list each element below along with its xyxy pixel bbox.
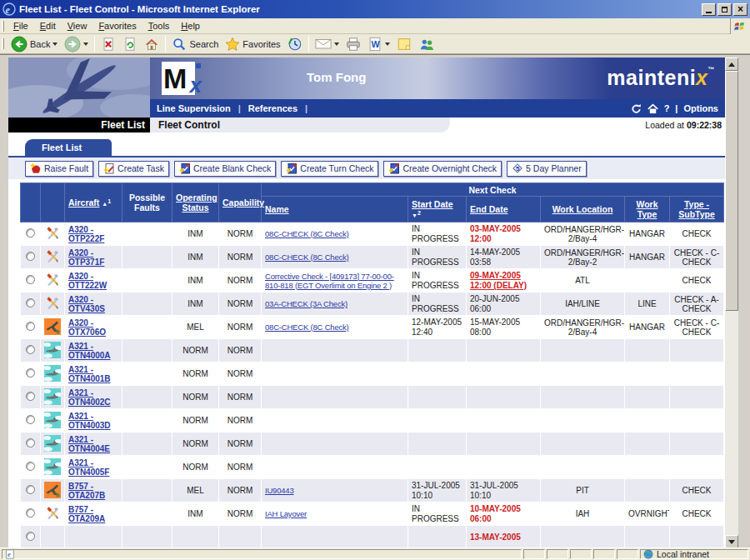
nav-link[interactable]: Line Supervision — [157, 103, 231, 113]
type-subtype-cell: CHECK — [670, 222, 724, 246]
edit-with-word-button[interactable]: W — [364, 36, 393, 52]
print-button[interactable] — [342, 36, 364, 52]
scroll-down-button[interactable] — [725, 535, 738, 548]
row-select-radio[interactable] — [26, 462, 35, 471]
aircraft-link[interactable]: A320 - OTV430S — [68, 295, 105, 313]
scroll-thumb[interactable] — [725, 71, 738, 311]
tools-icon — [45, 272, 60, 288]
scroll-up-button[interactable] — [725, 58, 738, 71]
row-select-radio[interactable] — [26, 298, 35, 308]
possible-faults-cell — [122, 502, 172, 526]
type-subtype-sort-link[interactable]: Type - SubType — [678, 199, 715, 219]
action-button[interactable]: 5 5 Day Planner — [507, 161, 587, 177]
menu-item[interactable]: Edit — [34, 19, 62, 32]
operating-status-cell: NORM — [172, 386, 219, 409]
forward-button[interactable] — [61, 35, 92, 53]
aircraft-link[interactable]: A321 - OTN4001B — [68, 365, 111, 383]
icon-cell — [41, 339, 65, 362]
aircraft-link[interactable]: B757 - OTA207B — [68, 482, 105, 500]
capability-sort-link[interactable]: Capability — [222, 198, 264, 208]
aircraft-link[interactable]: A320 - OTP222F — [68, 225, 104, 243]
type-subtype-cell: CHECK - A-CHECK — [670, 292, 724, 316]
work-location-sort-link[interactable]: Work Location — [552, 204, 613, 214]
aircraft-sort-link[interactable]: Aircraft — [68, 198, 99, 208]
row-select-radio[interactable] — [26, 485, 35, 494]
menu-item[interactable]: Help — [175, 19, 206, 32]
back-dropdown-icon[interactable] — [52, 42, 58, 48]
page-home-icon[interactable] — [648, 103, 658, 114]
end-date-sort-link[interactable]: End Date — [470, 204, 508, 214]
vertical-scrollbar[interactable] — [725, 58, 738, 548]
tab-fleet-list[interactable]: Fleet List — [25, 139, 112, 156]
action-button[interactable]: 5 Create Task — [98, 161, 169, 177]
favorites-button[interactable]: Favorites — [222, 36, 283, 52]
row-select-radio[interactable] — [26, 415, 35, 424]
aircraft-link[interactable]: A321 - OTN4003D — [68, 412, 111, 430]
options-link[interactable]: Options — [683, 103, 718, 113]
row-select-radio[interactable] — [26, 392, 35, 401]
menu-item[interactable]: File — [8, 19, 34, 32]
edit-dropdown-icon[interactable] — [385, 42, 390, 48]
forward-dropdown-icon[interactable] — [83, 42, 88, 48]
minimize-button[interactable] — [702, 3, 716, 16]
status-pane — [523, 549, 545, 559]
menu-item[interactable]: View — [62, 19, 93, 32]
action-button[interactable]: 5 Create Overnight Check — [383, 161, 502, 177]
aircraft-link[interactable]: A321 - OTN4000A — [68, 342, 111, 360]
search-button[interactable]: Search — [168, 36, 222, 52]
end-date-cell — [467, 339, 541, 362]
end-date-value[interactable]: 09-MAY-2005 12:00 (DELAY) — [470, 271, 527, 290]
action-button[interactable]: 5 Create Blank Check — [174, 161, 276, 177]
row-select-radio[interactable] — [26, 508, 35, 518]
aircraft-link[interactable]: A320 - OTX706O — [68, 318, 106, 337]
check-name-link[interactable]: 03A-CHECK (3A Check) — [265, 299, 348, 308]
operating-status-sort-link[interactable]: Operating Status — [176, 192, 218, 212]
check-name-link[interactable]: 08C-CHECK (8C Check) — [265, 252, 349, 262]
help-link[interactable]: ? — [664, 103, 670, 113]
home-button[interactable] — [141, 36, 162, 52]
refresh-button[interactable] — [119, 36, 141, 52]
row-select-radio[interactable] — [26, 275, 35, 284]
menu-item[interactable]: Favorites — [92, 19, 142, 32]
row-select-radio[interactable] — [26, 228, 35, 238]
stop-button[interactable] — [98, 36, 119, 52]
nav-link[interactable]: References — [248, 103, 298, 113]
row-select-radio[interactable] — [26, 532, 35, 541]
check-name-link[interactable]: IU90443 — [265, 486, 294, 495]
row-select-radio[interactable] — [26, 345, 35, 354]
menu-item[interactable]: Tools — [142, 19, 176, 32]
check-name-link[interactable]: 08C-CHECK (8C Check) — [265, 322, 349, 332]
mail-dropdown-icon[interactable] — [334, 42, 339, 48]
end-date-value: 20-JUN-2005 06:00 — [470, 294, 519, 313]
aircraft-link[interactable]: B757 - OTA209A — [68, 505, 105, 523]
check-name-link[interactable]: Corrective Check - [409173] 77-00-00-810… — [265, 272, 404, 290]
toolbar-grip[interactable] — [2, 21, 4, 32]
discuss-button[interactable] — [393, 36, 415, 52]
close-button[interactable]: × — [733, 3, 748, 16]
row-select-radio[interactable] — [26, 322, 35, 331]
aircraft-link[interactable]: A320 - OTP371F — [68, 248, 104, 267]
aircraft-link[interactable]: A321 - OTN4005F — [68, 458, 109, 477]
restore-button[interactable] — [718, 3, 732, 16]
icon-cell — [41, 269, 65, 292]
aircraft-link[interactable]: A320 - OTT222W — [68, 272, 107, 290]
messenger-button[interactable] — [415, 37, 438, 52]
check-name-link[interactable]: IAH Layover — [265, 509, 307, 518]
aircraft-cell: B757 - OTA207B — [65, 479, 122, 502]
back-button[interactable]: Back — [8, 35, 61, 53]
row-select-radio[interactable] — [26, 368, 35, 378]
page-refresh-icon[interactable] — [631, 103, 642, 114]
row-select-radio[interactable] — [26, 252, 35, 261]
aircraft-link[interactable]: A321 - OTN4004E — [68, 435, 110, 453]
history-button[interactable] — [284, 36, 306, 52]
aircraft-link[interactable]: A321 - OTN4002C — [68, 388, 111, 407]
action-button[interactable]: 5 Create Turn Check — [281, 161, 378, 177]
row-select-radio[interactable] — [26, 438, 35, 448]
name-sort-link[interactable]: Name — [265, 204, 289, 214]
mail-button[interactable] — [312, 37, 342, 51]
toolbar-grip2[interactable] — [2, 38, 4, 49]
action-button[interactable]: 5 Raise Fault — [25, 161, 93, 177]
work-type-sort-link[interactable]: Work Type — [636, 199, 658, 219]
start-date-sort-link[interactable]: Start Date — [412, 199, 453, 209]
check-name-link[interactable]: 08C-CHECK (8C Check) — [265, 229, 349, 238]
